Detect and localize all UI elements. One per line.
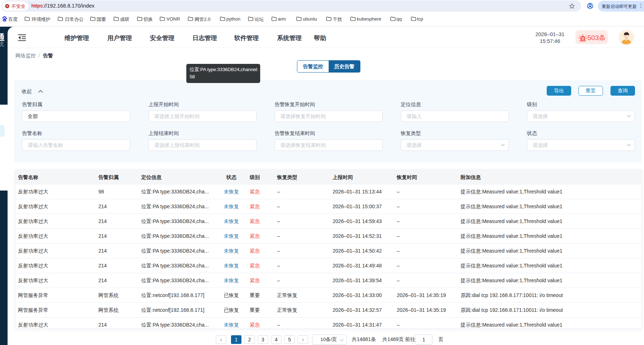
svg-text:du: du: [3, 19, 5, 21]
